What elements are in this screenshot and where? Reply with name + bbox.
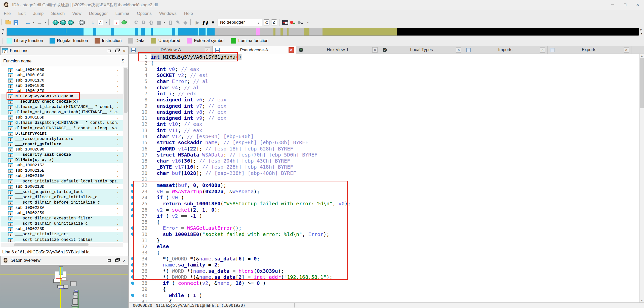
- functions-float-button[interactable]: [113, 48, 120, 54]
- breakpoint-list-button[interactable]: [282, 19, 289, 26]
- function-row[interactable]: f___scrt_dllmain_exception_filter.: [1, 216, 123, 221]
- menu-windows[interactable]: Windows: [155, 11, 180, 16]
- nav-back-dropdown[interactable]: ▾: [32, 19, 35, 26]
- code-line[interactable]: 39 {: [129, 286, 639, 292]
- jump-arrow-button[interactable]: ↓: [90, 19, 96, 26]
- diamond-button[interactable]: ◆: [182, 19, 189, 26]
- tab-close-icon[interactable]: ✕: [372, 47, 378, 53]
- graph-overview-minimap[interactable]: [0, 265, 128, 308]
- column-divider[interactable]: [120, 56, 120, 66]
- nav-band-right-arrow-icon[interactable]: ►: [1, 32, 5, 35]
- continue-process-button[interactable]: C: [271, 19, 277, 26]
- menu-search[interactable]: Search: [47, 11, 68, 16]
- number-format-button[interactable]: #: [52, 19, 59, 26]
- nav-back-button[interactable]: ←: [25, 19, 31, 26]
- function-row[interactable]: fsub_100022BD.: [1, 226, 123, 232]
- attach-process-button[interactable]: C: [263, 19, 270, 26]
- code-line[interactable]: 38 if ( connect(v2, &name, 16) >= 0 ): [129, 280, 639, 286]
- tab-close-icon[interactable]: ✕: [205, 47, 210, 53]
- function-row[interactable]: f___scrt_dllmain_before_initialize_c.: [1, 200, 123, 205]
- nav-forward-button[interactable]: →: [36, 19, 43, 26]
- scrollbar-thumb[interactable]: [124, 68, 128, 113]
- code-line[interactable]: 5 char Error; // al: [129, 78, 639, 84]
- add-breakpoint-button[interactable]: [290, 19, 296, 26]
- code-line[interactable]: 4 SOCKET v2; // esi: [129, 72, 639, 78]
- menu-lumina[interactable]: Lumina: [111, 11, 133, 16]
- code-line[interactable]: 14 char v12; // [esp+0h] [ebp-640h]: [129, 133, 639, 139]
- text-format-button[interactable]: T: [60, 19, 66, 26]
- code-line[interactable]: 6 char v4; // al: [129, 84, 639, 90]
- minimize-button[interactable]: ─: [606, 0, 619, 10]
- code-line[interactable]: 11 unsigned int v9; // ecx: [129, 115, 639, 121]
- close-button[interactable]: ×: [631, 0, 644, 10]
- tab-close-icon[interactable]: ✕: [456, 47, 461, 53]
- function-row[interactable]: fsub_10001D6D.: [1, 115, 123, 120]
- functions-horizontal-scrollbar[interactable]: [1, 243, 123, 247]
- function-row[interactable]: fsub_10002259.: [1, 211, 123, 216]
- more-dropdown[interactable]: ▾: [163, 19, 166, 26]
- function-row[interactable]: fsub_10001000.: [1, 67, 123, 72]
- make-data-button[interactable]: D: [140, 19, 147, 26]
- tab-close-icon[interactable]: ✕: [624, 47, 629, 53]
- function-row[interactable]: fsub_1000215E.: [1, 168, 123, 173]
- save-file-button[interactable]: [13, 19, 19, 26]
- pseudocode-vertical-scrollbar[interactable]: ▲ ▼: [639, 54, 644, 302]
- red-triangle-marker-button[interactable]: ▲: [113, 19, 120, 26]
- function-row[interactable]: f___scrt_initialize_crt.: [1, 232, 123, 237]
- function-row[interactable]: fsub_1000218D.: [1, 184, 123, 189]
- functions-maximize-button[interactable]: [105, 48, 113, 54]
- functions-close-button[interactable]: ×: [120, 48, 128, 54]
- functions-vertical-scrollbar[interactable]: [123, 67, 128, 243]
- code-line[interactable]: 15 struct sockaddr name; // [esp+8h] [eb…: [129, 139, 639, 145]
- code-line[interactable]: 3 int v0; // eax: [129, 66, 639, 72]
- code-line[interactable]: 20 char buf[1028]; // [esp+238h] [ebp-40…: [129, 170, 639, 176]
- function-row[interactable]: f___scrt_dllmain_uninitialize_c.: [1, 221, 123, 226]
- code-line[interactable]: 7 int i; // edx: [129, 91, 639, 97]
- column-header-function-name[interactable]: Function name: [3, 59, 31, 64]
- code-line[interactable]: 13 int v11; // eax: [129, 127, 639, 133]
- tab-hex-view-1[interactable]: 0Hex View-1✕: [296, 46, 380, 54]
- function-row[interactable]: fsub_10002152.: [1, 163, 123, 168]
- menu-help[interactable]: Help: [180, 11, 197, 16]
- function-row[interactable]: fDllMain(x, x, x).: [1, 158, 123, 163]
- nav-forward-dropdown[interactable]: ▾: [44, 19, 47, 26]
- code-line[interactable]: 12 int v10; // eax: [129, 121, 639, 127]
- text-style-button[interactable]: A: [97, 19, 104, 26]
- function-row[interactable]: f___security_init_cookie.: [1, 152, 123, 158]
- tab-close-icon[interactable]: ✕: [289, 47, 294, 53]
- code-line[interactable]: 9 unsigned int v7; // ecx: [129, 103, 639, 109]
- start-process-button[interactable]: ▶: [194, 19, 201, 26]
- scroll-down-arrow-icon[interactable]: ▼: [640, 299, 644, 302]
- function-row[interactable]: f___scrt_initialize_default_local_stdio_…: [1, 179, 123, 184]
- pause-process-button[interactable]: ❚❚: [202, 19, 209, 26]
- text-style-dropdown[interactable]: ▾: [105, 19, 108, 26]
- nav-band-end-left-arrow-icon[interactable]: ◄: [639, 32, 643, 35]
- function-row[interactable]: fsub_100018D0.: [1, 83, 123, 88]
- function-row[interactable]: fdllmain_crt_process_attach(HINSTANCE__ …: [1, 110, 123, 115]
- code-line[interactable]: 19 _BYTE v17[16]; // [esp+228h] [ebp-418…: [129, 164, 639, 170]
- scroll-up-arrow-icon[interactable]: ▲: [640, 54, 644, 57]
- tab-imports[interactable]: Imports✕: [464, 46, 548, 54]
- menu-debugger[interactable]: Debugger: [85, 11, 112, 16]
- disable-breakpoint-button[interactable]: [297, 19, 304, 26]
- nav-band-end-right-arrow-icon[interactable]: ►: [639, 28, 643, 31]
- function-row[interactable]: fdllmain_dispatch(HINSTANCE__ * const, u…: [1, 120, 123, 126]
- column-header-segment[interactable]: S: [122, 59, 124, 64]
- edit-pencil-button[interactable]: ✎: [175, 19, 181, 26]
- functions-column-header[interactable]: Function name S: [0, 55, 128, 67]
- graph-overview-close-button[interactable]: ×: [120, 257, 128, 263]
- function-row[interactable]: fsub_100011C0.: [1, 78, 123, 83]
- debugger-selector[interactable]: No debugger∨: [218, 19, 262, 26]
- function-row[interactable]: f___raise_securityfailure.: [1, 136, 123, 141]
- code-line[interactable]: 16 _DWORD v14[22]; // [esp+18h] [ebp-628…: [129, 145, 639, 151]
- toolbar-overflow-chevron-icon[interactable]: ▾: [305, 19, 311, 26]
- code-line[interactable]: 10 unsigned int v8; // ecx: [129, 109, 639, 115]
- tab-exports[interactable]: Exports✕: [548, 46, 631, 54]
- function-row[interactable]: fdllmain_raw(HINSTANCE__ * const, ulong,…: [1, 126, 123, 131]
- graph-overview-float-button[interactable]: [113, 257, 120, 263]
- code-line[interactable]: 17 struct WSAData WSAData; // [esp+70h] …: [129, 152, 639, 158]
- jump-operand-button[interactable]: ➔: [78, 19, 85, 26]
- function-row[interactable]: fsub_100010C0.: [1, 72, 123, 78]
- menu-options[interactable]: Options: [133, 11, 155, 16]
- menu-view[interactable]: View: [68, 11, 85, 16]
